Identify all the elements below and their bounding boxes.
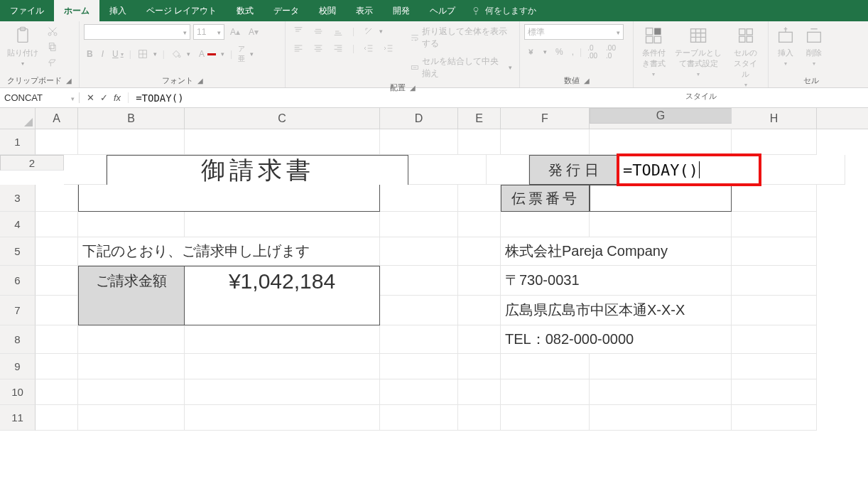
cell-B5-intro[interactable]: 下記のとおり、ご請求申し上げます <box>78 237 380 266</box>
formula-bar-input[interactable]: =TODAY() <box>129 92 868 104</box>
name-box-dropdown-icon[interactable] <box>68 92 75 103</box>
cell-E5[interactable] <box>458 237 501 266</box>
increase-decimal-button[interactable]: .0.00 <box>585 43 600 61</box>
tab-formulas[interactable]: 数式 <box>227 0 264 21</box>
clipboard-launcher-icon[interactable]: ◢ <box>66 77 72 85</box>
cell-A1[interactable] <box>36 129 78 155</box>
worksheet-grid[interactable]: A B C D E F G H 1 2 御請求書 発 行 日 =TODAY() <box>0 108 868 431</box>
underline-button[interactable]: U ▾ <box>109 48 126 60</box>
cell-H3[interactable] <box>732 185 817 212</box>
accounting-format-button[interactable]: ¥ <box>524 45 550 59</box>
cell-H6[interactable] <box>732 266 817 296</box>
column-header-D[interactable]: D <box>380 108 458 129</box>
row-header-11[interactable]: 11 <box>0 405 36 431</box>
font-launcher-icon[interactable]: ◢ <box>197 77 203 85</box>
cell-B9[interactable] <box>78 354 185 379</box>
cell-G4[interactable] <box>590 212 732 237</box>
column-header-C[interactable]: C <box>185 108 380 129</box>
cell-E2[interactable] <box>487 155 529 185</box>
column-header-A[interactable]: A <box>36 108 78 129</box>
cell-B7-amount-label-bottom[interactable] <box>78 296 185 325</box>
tab-home[interactable]: ホーム <box>54 0 99 21</box>
cell-D4[interactable] <box>380 212 458 237</box>
cell-F6-postal[interactable]: 〒730-0031 <box>501 266 732 296</box>
cell-B2-C2-merged-title[interactable]: 御請求書 <box>107 155 408 185</box>
align-left-button[interactable] <box>290 41 307 55</box>
cell-A11[interactable] <box>36 405 78 431</box>
cell-H5[interactable] <box>732 237 817 266</box>
tab-developer[interactable]: 開発 <box>383 0 420 21</box>
cell-E9[interactable] <box>458 354 501 379</box>
row-header-9[interactable]: 9 <box>0 354 36 379</box>
cell-H9[interactable] <box>732 354 817 379</box>
cell-G11[interactable] <box>590 405 732 431</box>
cell-D11[interactable] <box>380 405 458 431</box>
font-name-select[interactable] <box>84 24 190 40</box>
cell-H10[interactable] <box>732 379 817 405</box>
tell-me-search[interactable]: 何をしますか <box>471 0 536 21</box>
decrease-font-button[interactable]: A▾ <box>246 26 261 38</box>
cell-B11[interactable] <box>78 405 185 431</box>
cell-B10[interactable] <box>78 379 185 405</box>
row-header-6[interactable]: 6 <box>0 266 36 296</box>
cell-H7[interactable] <box>732 296 817 325</box>
column-header-E[interactable]: E <box>458 108 501 129</box>
fill-color-button[interactable] <box>168 47 193 61</box>
cell-G2-editing[interactable]: =TODAY() <box>618 155 760 185</box>
cell-E7[interactable] <box>458 296 501 325</box>
cell-F5-company[interactable]: 株式会社Pareja Company <box>501 237 732 266</box>
cell-D7[interactable] <box>380 296 458 325</box>
number-format-select[interactable]: 標準 <box>524 24 624 40</box>
cell-A10[interactable] <box>36 379 78 405</box>
cell-D5[interactable] <box>380 237 458 266</box>
align-middle-button[interactable] <box>310 24 327 38</box>
cell-C9[interactable] <box>185 354 380 379</box>
cell-D10[interactable] <box>380 379 458 405</box>
cell-D6[interactable] <box>380 266 458 296</box>
cell-C4[interactable] <box>185 212 380 237</box>
align-top-button[interactable] <box>290 24 307 38</box>
insert-function-button[interactable]: fx <box>114 92 121 103</box>
cell-C6-amount-value[interactable]: ¥1,042,184 <box>185 266 380 296</box>
tab-page-layout[interactable]: ページ レイアウト <box>136 0 227 21</box>
cell-F9[interactable] <box>501 354 590 379</box>
number-launcher-icon[interactable]: ◢ <box>584 77 590 85</box>
cell-D3[interactable] <box>380 185 458 212</box>
cell-B3-C3-merged-title-bottom[interactable] <box>78 185 380 212</box>
cell-C7-amount-bottom[interactable] <box>185 296 380 325</box>
cell-A6[interactable] <box>36 266 78 296</box>
cell-E1[interactable] <box>458 129 501 155</box>
increase-font-button[interactable]: A▴ <box>227 26 243 38</box>
column-header-B[interactable]: B <box>78 108 185 129</box>
wrap-text-button[interactable]: 折り返して全体を表示する <box>407 24 515 51</box>
orientation-button[interactable] <box>360 24 386 38</box>
increase-indent-button[interactable] <box>380 41 397 55</box>
cell-F3-slip-no-label[interactable]: 伝票番号 <box>501 185 590 212</box>
cell-G3-slip-no-value[interactable] <box>590 185 732 212</box>
phonetic-button[interactable]: ア亜 <box>235 43 256 65</box>
row-header-8[interactable]: 8 <box>0 325 36 354</box>
cell-A7[interactable] <box>36 296 78 325</box>
cell-A3[interactable] <box>36 185 78 212</box>
cell-A5[interactable] <box>36 237 78 266</box>
cell-C8[interactable] <box>185 325 380 354</box>
cell-E3[interactable] <box>458 185 501 212</box>
cell-A4[interactable] <box>36 212 78 237</box>
cell-B6-amount-label[interactable]: ご請求金額 <box>78 266 185 296</box>
cell-E10[interactable] <box>458 379 501 405</box>
cell-F2-issue-date-label[interactable]: 発 行 日 <box>529 155 618 185</box>
tab-help[interactable]: ヘルプ <box>420 0 465 21</box>
cell-A9[interactable] <box>36 354 78 379</box>
cell-G9[interactable] <box>590 354 732 379</box>
borders-button[interactable] <box>134 47 160 61</box>
cancel-formula-button[interactable]: ✕ <box>87 92 94 103</box>
cell-C10[interactable] <box>185 379 380 405</box>
cell-E4[interactable] <box>458 212 501 237</box>
cell-F8-tel[interactable]: TEL：082-000-0000 <box>501 325 732 354</box>
font-color-button[interactable]: A <box>196 48 227 60</box>
format-as-table-button[interactable]: テーブルとして書式設定▾ <box>672 24 725 79</box>
name-box[interactable]: CONCAT <box>0 92 80 103</box>
row-header-4[interactable]: 4 <box>0 212 36 237</box>
cell-A8[interactable] <box>36 325 78 354</box>
delete-cells-button[interactable]: 削除▾ <box>801 24 827 68</box>
